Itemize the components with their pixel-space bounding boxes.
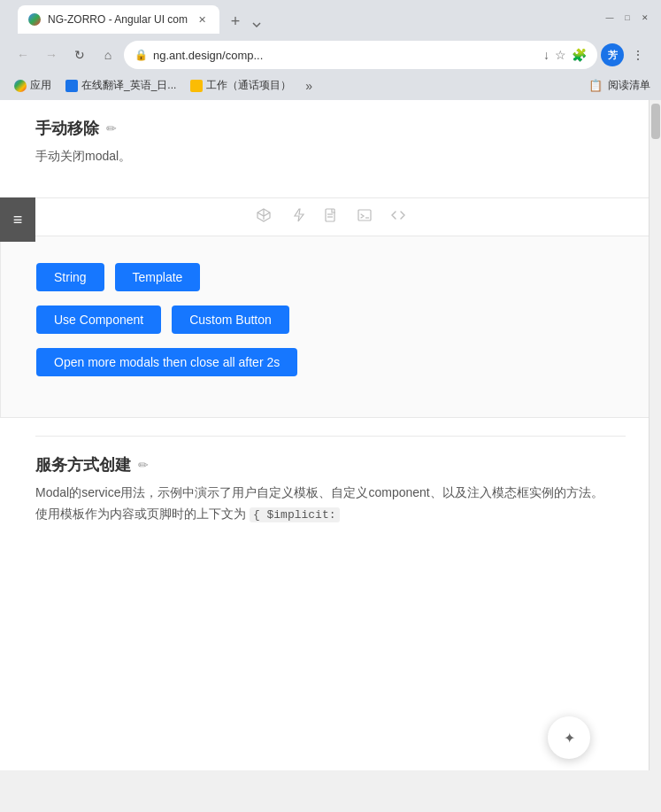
section2-code-snippet: { $implicit:: [250, 507, 340, 522]
address-bar[interactable]: 🔒 ng.ant.design/comp... ↓ ☆ 🧩: [124, 41, 597, 69]
svg-rect-3: [358, 210, 371, 220]
file-toolbar-icon[interactable]: [323, 207, 339, 227]
lock-icon: 🔒: [135, 49, 148, 61]
tab-title-text: NG-ZORRO - Angular UI com: [48, 13, 188, 26]
demo-row2: Use Component Custom Button: [36, 305, 625, 334]
work-bookmark-icon: [190, 80, 203, 92]
code-toolbar-icon[interactable]: [390, 207, 406, 227]
bookmark-apps-label: 应用: [30, 78, 51, 93]
tab-favicon-icon: [28, 13, 41, 26]
translate-bookmark-icon: [65, 80, 78, 92]
section2-edit-icon[interactable]: ✏: [138, 458, 149, 472]
demo-row1: String Template: [36, 263, 625, 291]
svg-rect-0: [326, 209, 334, 221]
open-more-modals-button[interactable]: Open more modals then close all after 2s: [36, 348, 297, 376]
custom-button-button[interactable]: Custom Button: [172, 305, 289, 334]
bookmark-translate[interactable]: 在线翻译_英语_日...: [62, 76, 180, 95]
terminal-toolbar-icon[interactable]: [357, 207, 373, 227]
string-button[interactable]: String: [36, 263, 104, 291]
fab-icon: ✦: [564, 730, 575, 746]
active-tab[interactable]: NG-ZORRO - Angular UI com ✕: [18, 5, 219, 34]
lightning-toolbar-icon[interactable]: [289, 207, 305, 227]
bookmark-right-section: 📋 阅读清单: [588, 78, 650, 93]
bookmark-work[interactable]: 工作（通话项目）: [187, 76, 295, 95]
bookmark-more-button[interactable]: »: [302, 77, 316, 95]
bookmark-star-icon[interactable]: ☆: [555, 48, 566, 62]
title-bar: NG-ZORRO - Angular UI com ✕ + — □ ✕: [0, 0, 661, 35]
tab-close-button[interactable]: ✕: [195, 12, 209, 27]
section1-description: 手动关闭modal。: [35, 146, 613, 166]
section2-description2: 使用模板作为内容或页脚时的上下文为 { $implicit:: [35, 504, 613, 525]
address-bar-actions: ↓ ☆ 🧩: [543, 48, 587, 62]
extensions-icon[interactable]: 🧩: [572, 48, 587, 62]
profile-button[interactable]: 芳: [601, 43, 624, 66]
tab-strip: NG-ZORRO - Angular UI com ✕ +: [11, 2, 594, 34]
cube-toolbar-icon[interactable]: [256, 207, 272, 227]
new-tab-button[interactable]: +: [223, 9, 248, 34]
maximize-button[interactable]: □: [622, 12, 633, 23]
back-button[interactable]: ←: [11, 43, 35, 67]
section2-content: 服务方式创建 ✏ Modal的service用法，示例中演示了用户自定义模板、自…: [0, 437, 649, 543]
bookmark-apps[interactable]: 应用: [11, 76, 55, 95]
demo-row3: Open more modals then close all after 2s: [36, 348, 625, 376]
close-button[interactable]: ✕: [640, 12, 650, 23]
reading-mode-label: 阅读清单: [608, 78, 650, 93]
use-component-button[interactable]: Use Component: [36, 305, 161, 334]
section2-header: 服务方式创建 ✏: [35, 454, 613, 476]
home-button[interactable]: ⌂: [96, 43, 120, 67]
url-text: ng.ant.design/comp...: [153, 49, 538, 62]
demo-toolbar: [0, 197, 661, 236]
bookmark-work-label: 工作（通话项目）: [206, 78, 291, 93]
minimize-button[interactable]: —: [604, 12, 615, 23]
browser-chrome: NG-ZORRO - Angular UI com ✕ + — □ ✕ ← → …: [0, 0, 661, 100]
fab-button[interactable]: ✦: [548, 716, 590, 759]
section1-header: 手动移除 ✏: [35, 118, 613, 139]
tab-dropdown-button[interactable]: [248, 16, 265, 34]
reading-mode-icon: 📋: [588, 79, 603, 92]
apps-bookmark-icon: [14, 80, 27, 92]
section1-edit-icon[interactable]: ✏: [106, 121, 117, 135]
bookmarks-bar: 应用 在线翻译_英语_日... 工作（通话项目） » 📋 阅读清单: [0, 74, 661, 100]
bookmark-translate-label: 在线翻译_英语_日...: [81, 78, 176, 93]
section2-description1: Modal的service用法，示例中演示了用户自定义模板、自定义compone…: [35, 483, 613, 504]
page-content: ≡ 手动移除 ✏ 手动关闭modal。 String Template: [0, 100, 661, 770]
hamburger-menu-button[interactable]: ≡: [0, 197, 35, 242]
section1-content: 手动移除 ✏ 手动关闭modal。: [0, 100, 649, 197]
menu-button[interactable]: ⋮: [626, 43, 650, 67]
nav-right-buttons: 芳 ⋮: [601, 43, 650, 67]
download-icon[interactable]: ↓: [543, 48, 550, 62]
section2-desc2-prefix: 使用模板作为内容或页脚时的上下文为: [35, 507, 246, 521]
window-controls: — □ ✕: [604, 12, 650, 23]
template-button[interactable]: Template: [115, 263, 201, 291]
refresh-button[interactable]: ↻: [67, 43, 92, 67]
nav-bar: ← → ↻ ⌂ 🔒 ng.ant.design/comp... ↓ ☆ 🧩 芳 …: [0, 35, 661, 74]
demo-area: String Template Use Component Custom But…: [0, 236, 661, 418]
forward-button[interactable]: →: [39, 43, 64, 67]
section2-title: 服务方式创建: [35, 454, 131, 476]
section1-title: 手动移除: [35, 118, 99, 139]
scrollbar[interactable]: [649, 100, 661, 770]
scrollbar-thumb[interactable]: [651, 104, 660, 139]
